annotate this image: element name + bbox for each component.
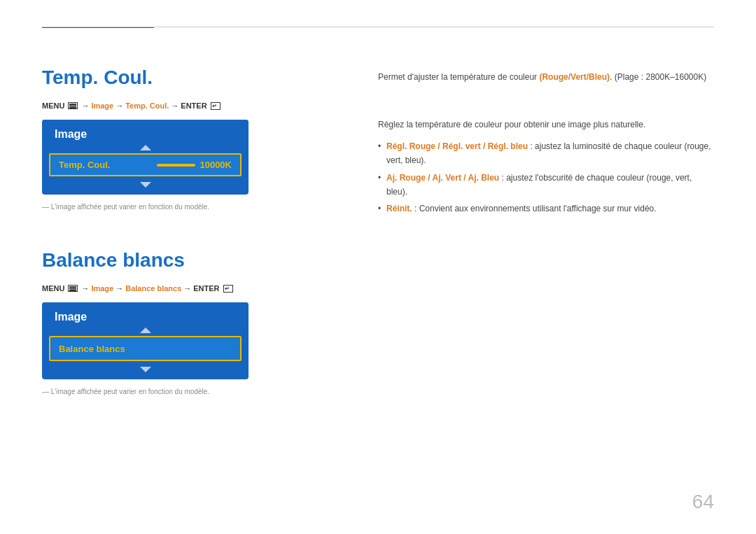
- menu-icon: [68, 102, 78, 109]
- section1-title: Temp. Coul.: [42, 66, 336, 89]
- arrow6: →: [183, 284, 191, 293]
- tv-slider1: [157, 164, 195, 167]
- chevron-down-icon1: [140, 182, 151, 188]
- bullet-item-3: Réinit. : Convient aux environnements ut…: [378, 202, 714, 216]
- section1-tv-menu: Image Temp. Coul. 10000K: [42, 120, 248, 195]
- menu-icon2: [68, 285, 78, 292]
- balance-blancs-link: Balance blancs: [125, 284, 181, 293]
- section1-note: L'image affichée peut varier en fonction…: [42, 203, 336, 211]
- chevron-up-icon2: [140, 328, 151, 333]
- bullet3-highlight: Réinit.: [386, 204, 412, 213]
- tv-menu-item2: Balance blancs: [49, 336, 241, 361]
- section2-bullets: Régl. Rouge / Régl. vert / Régl. bleu : …: [378, 139, 714, 216]
- bullet-item-1: Régl. Rouge / Régl. vert / Régl. bleu : …: [378, 139, 714, 168]
- section2-note: L'image affichée peut varier en fonction…: [42, 388, 336, 395]
- tv-value-text1: 10000K: [200, 160, 232, 170]
- section2-description: Réglez la température de couleur pour ob…: [378, 118, 714, 132]
- bullet2-highlight: Aj. Rouge / Aj. Vert / Aj. Bleu: [386, 173, 499, 183]
- chevron-up2: [42, 326, 248, 336]
- section1-description: Permet d'ajuster la température de coule…: [378, 70, 714, 84]
- image-link2: Image: [91, 284, 113, 293]
- arrow1: →: [81, 101, 89, 110]
- section2-right: Réglez la température de couleur pour ob…: [378, 118, 714, 216]
- tv-menu-header1: Image: [42, 120, 248, 143]
- section1-menu-path: MENU → Image → Temp. Coul. → ENTER: [42, 101, 336, 110]
- chevron-up-icon1: [140, 145, 151, 150]
- bullet3-text: : Convient aux environnements utilisant …: [414, 204, 657, 213]
- main-layout: Temp. Coul. MENU → Image → Temp. Coul. →…: [42, 66, 714, 395]
- section2-menu-path: MENU → Image → Balance blancs → ENTER: [42, 284, 336, 293]
- chevron-up1: [42, 143, 248, 153]
- tv-item-label1: Temp. Coul.: [59, 160, 110, 170]
- left-column: Temp. Coul. MENU → Image → Temp. Coul. →…: [42, 66, 336, 395]
- menu-label: MENU: [42, 101, 64, 110]
- enter-icon1: [211, 102, 220, 110]
- enter-label1: ENTER: [181, 101, 206, 110]
- enter-label2: ENTER: [193, 284, 219, 293]
- tv-item-label2: Balance blancs: [59, 344, 125, 354]
- tv-menu-header2: Image: [42, 302, 248, 326]
- desc1-end: . (Plage : 2800K–16000K): [610, 72, 706, 82]
- desc1-text: Permet d'ajuster la température de coule…: [378, 72, 539, 82]
- arrow4: →: [81, 284, 89, 293]
- right-column: Permet d'ajuster la température de coule…: [336, 66, 714, 395]
- section2-block: Balance blancs MENU → Image → Balance bl…: [42, 249, 336, 395]
- section2-tv-menu: Image Balance blancs: [42, 302, 248, 379]
- chevron-down-icon2: [140, 367, 151, 372]
- tv-item-value1: 10000K: [157, 160, 232, 170]
- menu-label2: MENU: [42, 284, 64, 293]
- desc1-highlight: (Rouge/Vert/Bleu): [539, 72, 610, 82]
- arrow5: →: [115, 284, 123, 293]
- bullet-item-2: Aj. Rouge / Aj. Vert / Aj. Bleu : ajuste…: [378, 171, 714, 199]
- section-gap: [42, 211, 336, 249]
- tv-menu-item1: Temp. Coul. 10000K: [49, 153, 241, 176]
- page-number: 64: [692, 491, 714, 513]
- chevron-down2: [42, 364, 248, 379]
- image-link1: Image: [91, 101, 113, 110]
- top-divider: [42, 27, 714, 27]
- arrow2: →: [115, 101, 123, 110]
- section1-block: Temp. Coul. MENU → Image → Temp. Coul. →…: [42, 66, 336, 211]
- enter-icon2: [223, 285, 233, 293]
- arrow3: →: [171, 101, 178, 110]
- chevron-down1: [42, 179, 248, 195]
- temp-coul-link: Temp. Coul.: [125, 101, 169, 110]
- bullet1-highlight: Régl. Rouge / Régl. vert / Régl. bleu: [386, 141, 528, 151]
- section2-title: Balance blancs: [42, 249, 336, 272]
- page-container: Temp. Coul. MENU → Image → Temp. Coul. →…: [0, 0, 756, 534]
